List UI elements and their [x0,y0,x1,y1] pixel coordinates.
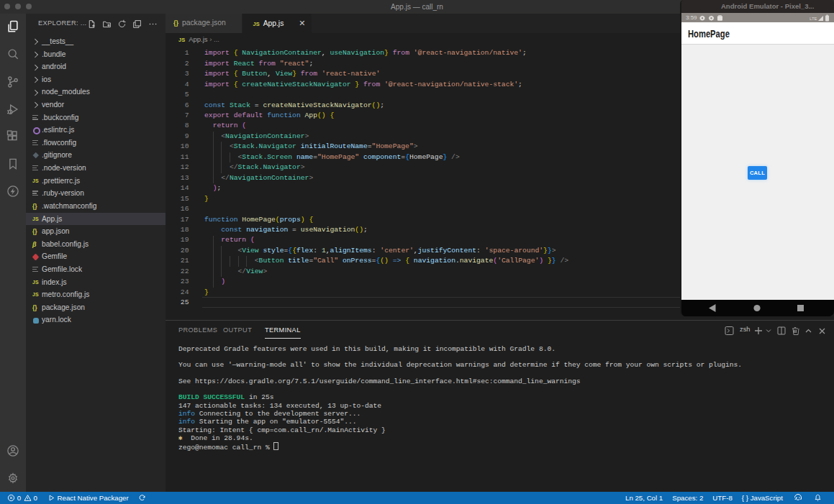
svg-text:LTE: LTE [810,17,817,21]
